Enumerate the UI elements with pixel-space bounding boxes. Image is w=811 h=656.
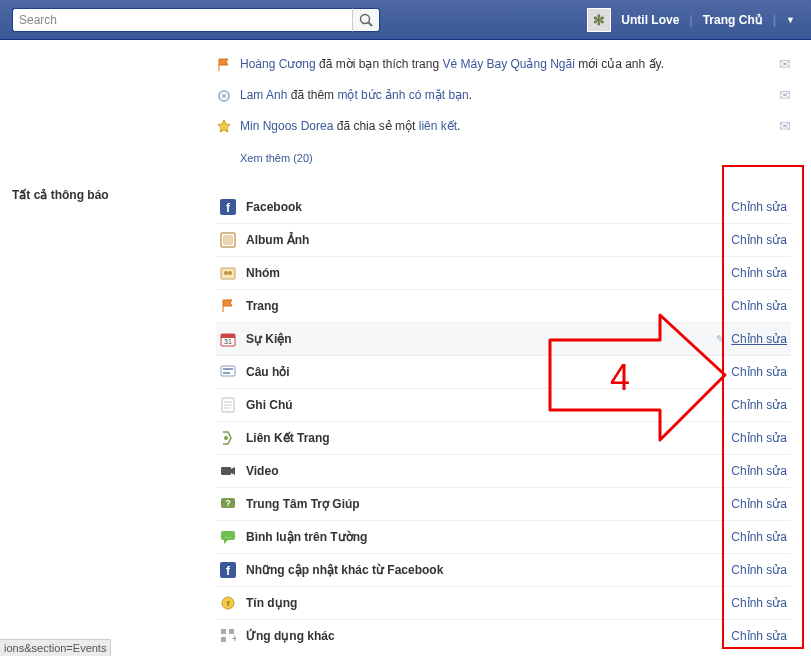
home-link[interactable]: Trang Chủ bbox=[699, 13, 767, 27]
svg-rect-31 bbox=[221, 629, 226, 634]
svg-rect-7 bbox=[223, 235, 233, 245]
notification-row: Min Ngoos Dorea đã chia sẻ một liên kết.… bbox=[216, 114, 791, 145]
svg-point-3 bbox=[222, 94, 226, 98]
apps-icon: + bbox=[220, 628, 236, 644]
setting-row[interactable]: VideoChỉnh sửa bbox=[216, 454, 791, 487]
search-wrap bbox=[12, 8, 380, 32]
setting-row[interactable]: 31Sự Kiện✎Chỉnh sửa bbox=[216, 322, 791, 355]
svg-rect-33 bbox=[221, 637, 226, 642]
setting-row[interactable]: fFacebookChỉnh sửa bbox=[216, 191, 791, 223]
svg-rect-16 bbox=[223, 372, 230, 374]
star-icon bbox=[216, 119, 232, 135]
topbar: ✻ Until Love | Trang Chủ | ▼ bbox=[0, 0, 811, 40]
help-icon: ? bbox=[220, 496, 236, 512]
envelope-icon[interactable]: ✉ bbox=[779, 118, 791, 134]
main-column: Hoàng Cương đã mời bạn thích trang Vé Má… bbox=[210, 46, 811, 652]
setting-title: Album Ảnh bbox=[246, 233, 731, 247]
separator-icon: | bbox=[689, 13, 692, 27]
group-icon bbox=[220, 265, 236, 281]
credit-icon: f bbox=[220, 595, 236, 611]
setting-row[interactable]: Liên Kết TrangChỉnh sửa bbox=[216, 421, 791, 454]
setting-row[interactable]: …Bình luận trên TườngChỉnh sửa bbox=[216, 520, 791, 553]
envelope-icon[interactable]: ✉ bbox=[779, 87, 791, 103]
setting-title: Liên Kết Trang bbox=[246, 431, 731, 445]
setting-title: Ứng dụng khác bbox=[246, 629, 731, 643]
edit-link[interactable]: Chỉnh sửa bbox=[731, 497, 787, 511]
setting-title: Những cập nhật khác từ Facebook bbox=[246, 563, 731, 577]
edit-link[interactable]: Chỉnh sửa bbox=[731, 365, 787, 379]
notification-target-link[interactable]: liên kết bbox=[419, 119, 457, 133]
setting-title: Trung Tâm Trợ Giúp bbox=[246, 497, 731, 511]
note-icon bbox=[220, 397, 236, 413]
pencil-icon: ✎ bbox=[716, 333, 725, 346]
setting-row[interactable]: +Ứng dụng khácChỉnh sửa bbox=[216, 619, 791, 652]
notification-actor-link[interactable]: Min Ngoos Dorea bbox=[240, 119, 333, 133]
svg-point-21 bbox=[224, 436, 228, 440]
notification-row: Lam Anh đã thêm một bức ảnh có mặt bạn.✉ bbox=[216, 83, 791, 114]
notification-target-link[interactable]: một bức ảnh có mặt bạn bbox=[337, 88, 468, 102]
setting-row[interactable]: fNhững cập nhật khác từ FacebookChỉnh sử… bbox=[216, 553, 791, 586]
flag-icon bbox=[216, 57, 232, 73]
flag-icon bbox=[220, 298, 236, 314]
notifications-list: Hoàng Cương đã mời bạn thích trang Vé Má… bbox=[216, 52, 791, 145]
search-icon bbox=[358, 12, 374, 28]
see-more-link[interactable]: Xem thêm (20) bbox=[240, 152, 313, 164]
comment-icon: … bbox=[220, 529, 236, 545]
section-title: Tất cả thông báo bbox=[12, 188, 198, 202]
edit-link[interactable]: Chỉnh sửa bbox=[731, 431, 787, 445]
setting-title: Bình luận trên Tường bbox=[246, 530, 731, 544]
svg-rect-8 bbox=[221, 268, 235, 279]
video-icon bbox=[220, 463, 236, 479]
edit-link[interactable]: Chỉnh sửa bbox=[731, 332, 787, 346]
svg-text:…: … bbox=[224, 531, 232, 540]
setting-row[interactable]: TrangChỉnh sửa bbox=[216, 289, 791, 322]
edit-link[interactable]: Chỉnh sửa bbox=[731, 233, 787, 247]
svg-rect-14 bbox=[221, 366, 235, 376]
setting-row[interactable]: Câu hỏiChỉnh sửa bbox=[216, 355, 791, 388]
setting-title: Nhóm bbox=[246, 266, 731, 280]
edit-link[interactable]: Chỉnh sửa bbox=[731, 596, 787, 610]
setting-title: Video bbox=[246, 464, 731, 478]
link-icon bbox=[220, 430, 236, 446]
edit-link[interactable]: Chỉnh sửa bbox=[731, 299, 787, 313]
status-bar-fragment: ions&section=Events bbox=[0, 639, 111, 652]
edit-link[interactable]: Chỉnh sửa bbox=[731, 563, 787, 577]
svg-point-9 bbox=[224, 271, 228, 275]
fb-icon: f bbox=[220, 199, 236, 215]
user-name-link[interactable]: Until Love bbox=[617, 13, 683, 27]
svg-text:31: 31 bbox=[224, 338, 232, 345]
setting-title: Trang bbox=[246, 299, 731, 313]
edit-link[interactable]: Chỉnh sửa bbox=[731, 266, 787, 280]
svg-line-1 bbox=[369, 22, 373, 26]
edit-link[interactable]: Chỉnh sửa bbox=[731, 398, 787, 412]
photo-icon bbox=[220, 232, 236, 248]
svg-point-0 bbox=[361, 14, 370, 23]
search-button[interactable] bbox=[352, 8, 380, 32]
topbar-right: ✻ Until Love | Trang Chủ | ▼ bbox=[587, 8, 799, 32]
edit-link[interactable]: Chỉnh sửa bbox=[731, 530, 787, 544]
account-menu-caret[interactable]: ▼ bbox=[782, 15, 799, 25]
setting-row[interactable]: Album ẢnhChỉnh sửa bbox=[216, 223, 791, 256]
svg-point-10 bbox=[228, 271, 232, 275]
setting-row[interactable]: fTín dụngChỉnh sửa bbox=[216, 586, 791, 619]
setting-row[interactable]: NhómChỉnh sửa bbox=[216, 256, 791, 289]
svg-rect-22 bbox=[221, 467, 231, 475]
avatar[interactable]: ✻ bbox=[587, 8, 611, 32]
search-input[interactable] bbox=[12, 8, 352, 32]
setting-row[interactable]: Ghi ChúChỉnh sửa bbox=[216, 388, 791, 421]
separator-icon: | bbox=[773, 13, 776, 27]
setting-row[interactable]: ?Trung Tâm Trợ GiúpChỉnh sửa bbox=[216, 487, 791, 520]
cal-icon: 31 bbox=[220, 331, 236, 347]
left-column: Tất cả thông báo bbox=[0, 46, 210, 652]
notification-row: Hoàng Cương đã mời bạn thích trang Vé Má… bbox=[216, 52, 791, 83]
edit-link[interactable]: Chỉnh sửa bbox=[731, 200, 787, 214]
envelope-icon[interactable]: ✉ bbox=[779, 56, 791, 72]
svg-text:?: ? bbox=[225, 498, 231, 508]
notification-target-link[interactable]: Vé Máy Bay Quảng Ngãi bbox=[442, 57, 574, 71]
notification-actor-link[interactable]: Lam Anh bbox=[240, 88, 287, 102]
edit-link[interactable]: Chỉnh sửa bbox=[731, 629, 787, 643]
notification-text: Hoàng Cương đã mời bạn thích trang Vé Má… bbox=[240, 56, 771, 72]
notification-actor-link[interactable]: Hoàng Cương bbox=[240, 57, 316, 71]
edit-link[interactable]: Chỉnh sửa bbox=[731, 464, 787, 478]
settings-list: fFacebookChỉnh sửaAlbum ẢnhChỉnh sửaNhóm… bbox=[216, 191, 791, 652]
